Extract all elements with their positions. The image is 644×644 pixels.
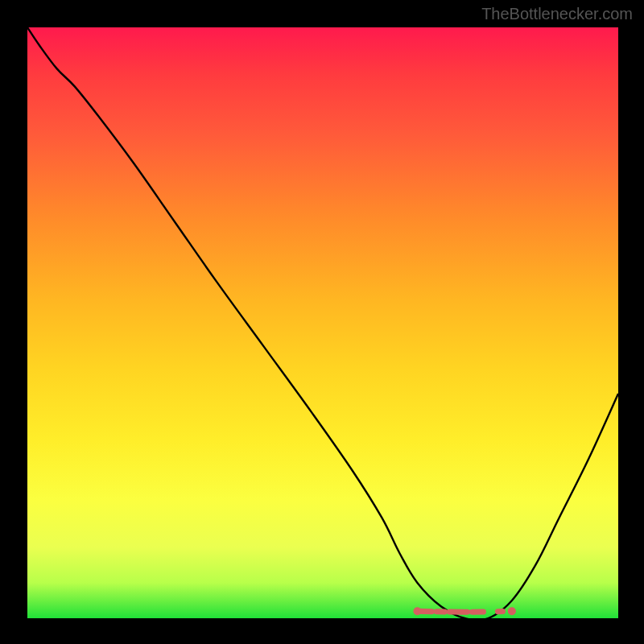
chart-plot-area — [27, 27, 618, 618]
optimal-range-marker — [413, 607, 515, 615]
chart-svg — [27, 27, 618, 618]
svg-point-1 — [508, 607, 516, 615]
attribution-text: TheBottlenecker.com — [481, 5, 633, 23]
bottleneck-curve-line — [27, 27, 618, 618]
svg-point-0 — [413, 607, 421, 615]
